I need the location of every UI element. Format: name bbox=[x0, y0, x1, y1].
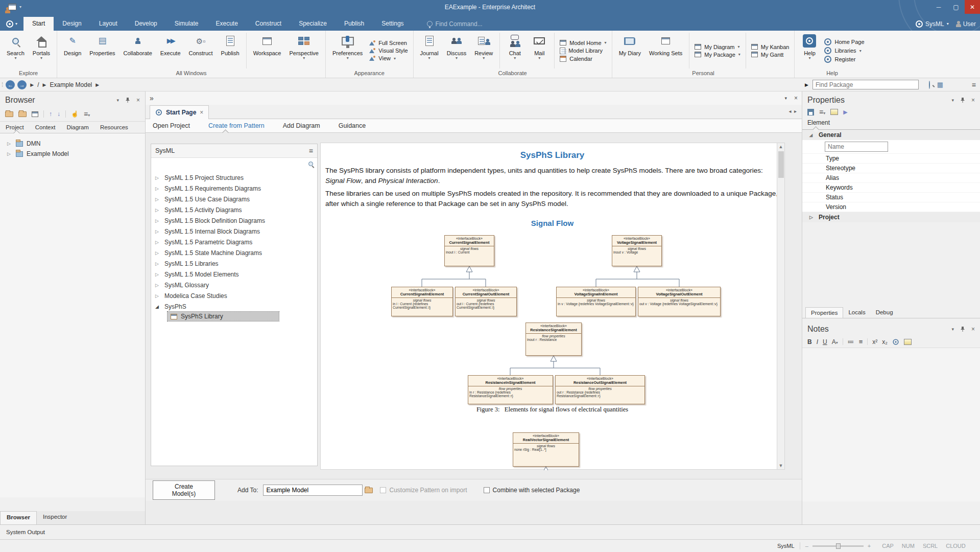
my-gantt-button[interactable]: My Gantt bbox=[751, 52, 790, 58]
package-browser-button[interactable]: ▦ bbox=[937, 81, 943, 88]
zoom-in-button[interactable]: + bbox=[868, 543, 871, 549]
collapse-arrow-icon[interactable]: ◢ bbox=[155, 304, 160, 309]
visual-style-button[interactable]: Visual Style bbox=[369, 48, 408, 54]
underline-icon[interactable]: U bbox=[823, 338, 827, 346]
workspace-button[interactable]: Workspace bbox=[250, 32, 285, 70]
appearance-icon[interactable] bbox=[830, 109, 838, 115]
property-row-type[interactable]: Type bbox=[802, 154, 980, 164]
tab-resources[interactable]: Resources bbox=[94, 122, 134, 133]
user-menu[interactable]: User bbox=[956, 20, 976, 28]
folder-icon[interactable] bbox=[18, 111, 27, 117]
calendar-button[interactable]: Calendar bbox=[560, 56, 606, 62]
collaborate-button[interactable]: Collaborate bbox=[120, 32, 156, 70]
element-tab[interactable]: Element bbox=[802, 119, 980, 130]
back-button[interactable]: ← bbox=[6, 80, 15, 89]
zoom-out-button[interactable]: – bbox=[805, 543, 808, 549]
construct-button[interactable]: ⚙▫Construct bbox=[185, 32, 217, 70]
close-panel-icon[interactable]: × bbox=[971, 97, 975, 104]
close-tab-icon[interactable]: × bbox=[200, 109, 203, 116]
property-row-version[interactable]: Version bbox=[802, 202, 980, 212]
expand-panel-arrow-icon[interactable]: ▶ bbox=[805, 82, 808, 87]
tab-construct[interactable]: Construct bbox=[247, 17, 290, 31]
tree-item-example-model[interactable]: ▷Example Model bbox=[0, 149, 145, 159]
pattern-item-selected[interactable]: SysPhS Library bbox=[168, 312, 279, 321]
properties-button[interactable]: ▤Properties bbox=[86, 32, 118, 70]
move-down-icon[interactable]: ↓ bbox=[57, 110, 60, 118]
tab-design[interactable]: Design bbox=[54, 17, 90, 31]
find-package-search-button[interactable] bbox=[929, 81, 930, 88]
hamburger-menu-icon[interactable]: ≡▾ bbox=[819, 108, 825, 116]
scroll-down-icon[interactable]: ▼ bbox=[779, 463, 783, 468]
close-view-icon[interactable]: × bbox=[794, 95, 798, 102]
maximize-button[interactable]: ▢ bbox=[947, 0, 965, 14]
pattern-item[interactable]: ▷SysML 1.5 Project Structures bbox=[151, 172, 317, 183]
search-button[interactable]: Search▾ bbox=[3, 32, 28, 70]
breadcrumb-root[interactable]: / bbox=[37, 81, 39, 88]
new-diagram-icon[interactable] bbox=[32, 111, 38, 117]
app-menu-button[interactable]: ▾ bbox=[0, 17, 23, 31]
my-diary-button[interactable]: My Diary bbox=[615, 32, 644, 70]
property-row-alias[interactable]: Alias bbox=[802, 173, 980, 183]
scroll-up-icon[interactable]: ▲ bbox=[779, 144, 783, 149]
bullet-list-icon[interactable]: ≔ bbox=[848, 338, 854, 346]
minimize-button[interactable]: ─ bbox=[930, 0, 947, 14]
model-library-button[interactable]: Model Library bbox=[560, 48, 606, 54]
block-resistance-in-signal-element[interactable]: «interfaceBlock»ResistanceInSignalElemen… bbox=[468, 375, 553, 404]
working-sets-button[interactable]: Working Sets bbox=[646, 32, 686, 70]
tab-develop[interactable]: Develop bbox=[126, 17, 166, 31]
browse-folder-icon[interactable] bbox=[365, 488, 373, 493]
tab-browser[interactable]: Browser bbox=[0, 511, 37, 524]
tab-properties[interactable]: Properties bbox=[805, 307, 843, 318]
start-page-tab[interactable]: Start Page × bbox=[150, 105, 209, 119]
link-add-diagram[interactable]: Add Diagram bbox=[283, 122, 320, 129]
block-voltage-signal-in-element[interactable]: «interfaceBlock»VoltageSignalInElement s… bbox=[556, 287, 636, 316]
close-panel-icon[interactable]: × bbox=[971, 326, 975, 333]
subscript-icon[interactable]: x₂ bbox=[882, 338, 888, 346]
panel-menu-icon[interactable]: ▾ bbox=[116, 98, 119, 103]
notes-editor[interactable] bbox=[802, 348, 980, 501]
tree-item-dmn[interactable]: ▷DMN bbox=[0, 139, 145, 149]
home-page-button[interactable]: Home Page bbox=[824, 38, 864, 45]
preferences-button[interactable]: Preferences▾ bbox=[329, 32, 366, 70]
block-real-vector-signal-element[interactable]: «interfaceBlock»RealVectorSignalElement … bbox=[513, 432, 579, 467]
publish-button[interactable]: Publish bbox=[218, 32, 243, 70]
add-to-input[interactable] bbox=[263, 485, 363, 496]
execute-button[interactable]: ▶▶Execute bbox=[157, 32, 184, 70]
tab-settings[interactable]: Settings bbox=[373, 17, 412, 31]
system-output-bar[interactable]: System Output bbox=[0, 524, 980, 539]
block-current-signal-out-element[interactable]: «interfaceBlock»CurrentSignalOutElement … bbox=[455, 287, 517, 316]
pattern-item[interactable]: ▷SysML 1.5 Internal Block Diagrams bbox=[151, 226, 317, 237]
tab-locals[interactable]: Locals bbox=[843, 307, 870, 318]
pattern-item[interactable]: ▷SysML 1.5 Requirements Diagrams bbox=[151, 183, 317, 194]
breadcrumb-current[interactable]: Example Model bbox=[50, 81, 92, 88]
collapse-chevrons-icon[interactable]: » bbox=[150, 94, 154, 102]
create-models-button[interactable]: Create Model(s) bbox=[153, 480, 215, 500]
pattern-item[interactable]: ▷Modelica Case Studies bbox=[151, 290, 317, 301]
forward-button[interactable]: → bbox=[17, 80, 27, 89]
scrollbar-thumb[interactable] bbox=[778, 151, 784, 178]
block-voltage-signal-element[interactable]: «interfaceBlock»VoltageSignalElement sig… bbox=[612, 235, 662, 266]
bold-icon[interactable]: B bbox=[807, 338, 812, 346]
tab-simulate[interactable]: Simulate bbox=[166, 17, 207, 31]
my-kanban-button[interactable]: My Kanban bbox=[751, 44, 790, 50]
superscript-icon[interactable]: x² bbox=[872, 338, 877, 346]
zoom-slider-thumb[interactable] bbox=[836, 543, 841, 549]
perspective-button[interactable]: Perspective▾ bbox=[286, 32, 322, 70]
tab-layout[interactable]: Layout bbox=[90, 17, 126, 31]
move-up-icon[interactable]: ↑ bbox=[49, 110, 52, 118]
tab-diagram[interactable]: Diagram bbox=[61, 122, 94, 133]
block-voltage-signal-out-element[interactable]: «interfaceBlock»VoltageSignalOutElement … bbox=[638, 287, 721, 316]
panel-menu-icon[interactable]: ▾ bbox=[951, 98, 954, 103]
block-resistance-out-signal-element[interactable]: «interfaceBlock»ResistanceOutSignalEleme… bbox=[555, 375, 645, 404]
pattern-menu-icon[interactable]: ≡ bbox=[309, 147, 313, 155]
model-home-button[interactable]: Model Home▾ bbox=[560, 40, 606, 46]
window-menu-icon[interactable]: ▾ bbox=[784, 96, 787, 101]
review-button[interactable]: Review▾ bbox=[471, 32, 496, 70]
pattern-search-icon[interactable] bbox=[308, 162, 313, 166]
my-package-button[interactable]: My Package▾ bbox=[695, 52, 740, 58]
menu-icon[interactable]: ≡ bbox=[972, 81, 976, 89]
pattern-item[interactable]: ▷SysML 1.5 Block Definition Diagrams bbox=[151, 215, 317, 226]
insert-image-icon[interactable] bbox=[904, 339, 912, 345]
combine-package-checkbox[interactable]: Combine with selected Package bbox=[484, 487, 580, 494]
link-create-from-pattern[interactable]: Create from Pattern bbox=[208, 122, 265, 129]
